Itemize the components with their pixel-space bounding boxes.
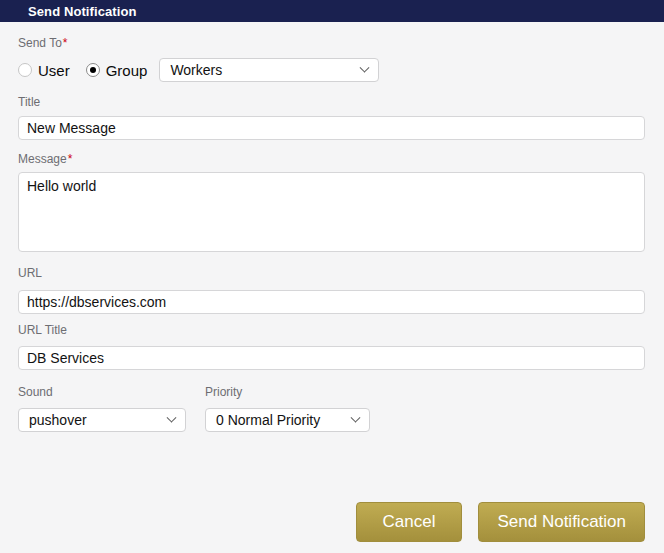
dialog-body: Send To* User Group Workers Title Messag… [0, 36, 664, 542]
title-input[interactable] [18, 116, 645, 140]
sound-priority-row: Sound pushover Priority 0 Normal Priorit… [18, 385, 645, 432]
url-title-label-text: URL Title [18, 323, 67, 337]
priority-select-value: 0 Normal Priority [216, 412, 320, 428]
title-label-text: Title [18, 95, 40, 109]
radio-button-group[interactable] [86, 63, 100, 77]
group-select-value: Workers [170, 62, 222, 78]
sound-select[interactable]: pushover [18, 408, 186, 432]
message-input[interactable]: Hello world [18, 172, 645, 252]
url-label: URL [18, 266, 645, 280]
message-label-text: Message [18, 152, 67, 166]
sound-field: Sound pushover [18, 385, 186, 432]
radio-label-group: Group [106, 62, 148, 79]
priority-field: Priority 0 Normal Priority [205, 385, 370, 432]
radio-option-group[interactable]: Group [86, 62, 148, 79]
radio-button-user[interactable] [18, 63, 32, 77]
send-to-label: Send To* [18, 36, 645, 50]
send-notification-dialog: Send Notification Send To* User Group Wo… [0, 0, 664, 553]
cancel-button[interactable]: Cancel [356, 502, 463, 542]
sound-label-text: Sound [18, 385, 53, 399]
chevron-down-icon [360, 62, 370, 72]
radio-option-user[interactable]: User [18, 62, 70, 79]
url-label-text: URL [18, 266, 42, 280]
send-notification-button[interactable]: Send Notification [478, 502, 645, 542]
dialog-footer: Cancel Send Notification [18, 502, 645, 542]
send-to-options-row: User Group Workers [18, 58, 645, 82]
required-asterisk: * [68, 152, 73, 166]
url-title-input[interactable] [18, 346, 645, 370]
dialog-title: Send Notification [28, 4, 137, 19]
url-title-label: URL Title [18, 323, 645, 337]
chevron-down-icon [351, 412, 361, 422]
group-select[interactable]: Workers [159, 58, 379, 82]
sound-select-value: pushover [29, 412, 87, 428]
url-input[interactable] [18, 290, 645, 314]
send-to-label-text: Send To [18, 36, 62, 50]
chevron-down-icon [167, 412, 177, 422]
sound-label: Sound [18, 385, 186, 399]
message-label: Message* [18, 152, 645, 166]
radio-label-user: User [38, 62, 70, 79]
priority-label: Priority [205, 385, 370, 399]
priority-select[interactable]: 0 Normal Priority [205, 408, 370, 432]
priority-label-text: Priority [205, 385, 242, 399]
title-label: Title [18, 95, 645, 109]
required-asterisk: * [63, 36, 68, 50]
dialog-header: Send Notification [0, 0, 664, 22]
